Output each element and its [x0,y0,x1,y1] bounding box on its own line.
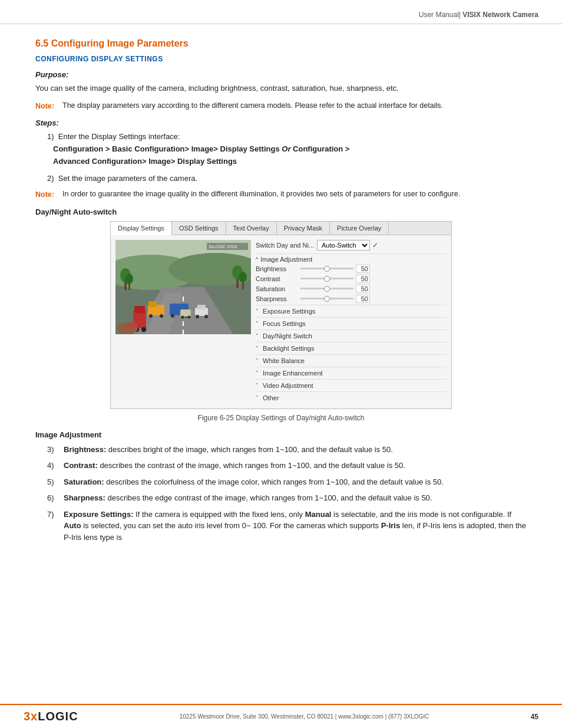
svg-point-23 [188,315,191,318]
subsection-heading: CONFIGURING DISPLAY SETTINGS [35,55,527,63]
white-balance-toggle[interactable]: ˅ White Balance [256,354,447,367]
logo-logic: LOGIC [38,710,78,723]
svg-rect-7 [148,301,157,307]
item-num-6: 6) [47,492,64,504]
tab-bar: Display Settings OSD Settings Text Overl… [111,222,451,235]
section-title: Configuring Image Parameters [51,38,189,48]
svg-rect-21 [180,309,191,317]
panel-body: 3xLOGIC VISIX Switch Day and Ni... Auto-… [111,235,451,409]
note-text-1: The display parameters vary according to… [62,100,527,112]
list-item-4: 4) Contrast: describes the contrast of t… [35,460,527,472]
step-2-num: 2) Set the image parameters of the camer… [47,174,527,183]
header-text: User Manual| VISIX Network Camera [419,11,538,19]
logo-3x: 3x [24,710,38,723]
contrast-label: Contrast [256,275,298,282]
step-1: 1) Enter the Display Settings interface:… [47,132,527,168]
note-text-2: In order to guarantee the image quality … [62,189,527,200]
sharpness-value: 50 [356,295,370,303]
list-item-6: 6) Sharpness: describes the edge contras… [35,492,527,504]
svg-point-27 [125,274,133,284]
saturation-track[interactable] [300,288,353,289]
item-text-6: Sharpness: describes the edge contrast o… [64,492,527,504]
note-label-2: Note: [35,189,62,200]
intro-text: You can set the image quality of the cam… [35,83,527,94]
contrast-thumb[interactable] [324,276,330,282]
saturation-thumb[interactable] [324,286,330,292]
sharpness-row: Sharpness 50 [256,295,447,303]
camera-image: 3xLOGIC VISIX [115,240,251,334]
item-text-3: Brightness: describes bright of the imag… [64,444,527,456]
tab-osd-settings[interactable]: OSD Settings [172,222,226,235]
footer-address: 10225 Westmoor Drive, Suite 300, Westmin… [180,713,429,720]
camera-panel: Display Settings OSD Settings Text Overl… [110,221,452,409]
focus-settings-toggle[interactable]: ˅ Focus Settings [256,317,447,330]
svg-point-33 [126,322,138,329]
saturation-value: 50 [356,285,370,293]
svg-text:3xLOGIC VISIX: 3xLOGIC VISIX [209,245,237,249]
video-adjustment-toggle[interactable]: ˅ Video Adjustment [256,379,447,391]
item-text-7: Exposure Settings: If the camera is equi… [64,509,527,543]
page-footer: 3xLOGIC 10225 Westmoor Drive, Suite 300,… [0,704,562,728]
list-item-3: 3) Brightness: describes bright of the i… [35,444,527,456]
svg-point-9 [160,314,163,318]
image-adjustment-toggle[interactable]: ^ Image Adjustment [256,253,447,265]
sliders-container: Brightness 50 Contrast 50 [256,265,447,303]
tab-privacy-mask[interactable]: Privacy Mask [277,222,330,235]
switch-select[interactable]: Auto-Switch [317,240,370,251]
item-num-5: 5) [47,476,64,488]
brightness-label: Brightness [256,265,298,272]
contrast-row: Contrast 50 [256,275,447,283]
image-adjustment-label: Image Adjustment [260,256,312,263]
brightness-thumb[interactable] [324,266,330,272]
section-heading: 6.5 Configuring Image Parameters [35,38,527,49]
note-block-1: Note: The display parameters vary accord… [35,100,527,112]
svg-point-16 [204,315,208,318]
svg-point-31 [239,272,247,282]
page-header: User Manual| VISIX Network Camera [0,0,562,24]
purpose-label: Purpose: [35,70,527,79]
image-enhancement-toggle[interactable]: ˅ Image Enhancement [256,367,447,379]
footer-page-number: 45 [531,713,538,721]
check-icon: ✓ [372,241,378,249]
svg-rect-14 [197,305,206,309]
step-1-path: Configuration > Basic Configuration> Ima… [53,143,527,168]
svg-point-20 [141,327,146,332]
contrast-track[interactable] [300,278,353,279]
settings-panel: Switch Day and Ni... Auto-Switch ✓ ^ Ima… [256,240,447,404]
svg-point-11 [171,314,174,318]
sharpness-track[interactable] [300,298,353,299]
backlight-settings-toggle[interactable]: ˅ Backlight Settings [256,342,447,354]
step-2: 2) Set the image parameters of the camer… [47,174,527,183]
toggle-arrow: ^ [256,256,258,262]
svg-point-22 [181,315,184,318]
section-number: 6.5 [35,38,48,48]
saturation-label: Saturation [256,285,298,292]
tab-display-settings[interactable]: Display Settings [111,222,172,235]
item-num-3: 3) [47,444,64,456]
step-1-content: Configuration > Basic Configuration> Ima… [53,143,527,168]
svg-rect-18 [134,306,145,313]
steps-label: Steps: [35,118,527,127]
note-block-2: Note: In order to guarantee the image qu… [35,189,527,200]
day-night-label: Day/Night Auto-switch [35,207,527,216]
footer-logo: 3xLOGIC [24,710,78,723]
tab-text-overlay[interactable]: Text Overlay [226,222,277,235]
item-text-4: Contrast: describes the contrast of the … [64,460,527,472]
item-text-5: Saturation: describes the colorfulness o… [64,476,527,488]
sharpness-label: Sharpness [256,295,298,302]
sharpness-thumb[interactable] [324,296,330,302]
list-item-5: 5) Saturation: describes the colorfulnes… [35,476,527,488]
note-label-1: Note: [35,100,62,112]
figure-caption: Figure 6-25 Display Settings of Day/nigh… [35,414,527,422]
brightness-track[interactable] [300,268,353,269]
list-item-7: 7) Exposure Settings: If the camera is e… [35,509,527,543]
brightness-row: Brightness 50 [256,265,447,273]
tab-picture-overlay[interactable]: Picture Overlay [330,222,389,235]
other-toggle[interactable]: ˅ Other [256,391,447,404]
contrast-value: 50 [356,275,370,283]
exposure-settings-toggle[interactable]: ˅ Exposure Settings [256,305,447,317]
item-num-4: 4) [47,460,64,472]
day-night-switch-toggle[interactable]: ˅ Day/Night Switch [256,330,447,342]
step-1-num: 1) Enter the Display Settings interface: [47,132,527,141]
svg-point-15 [196,315,199,318]
